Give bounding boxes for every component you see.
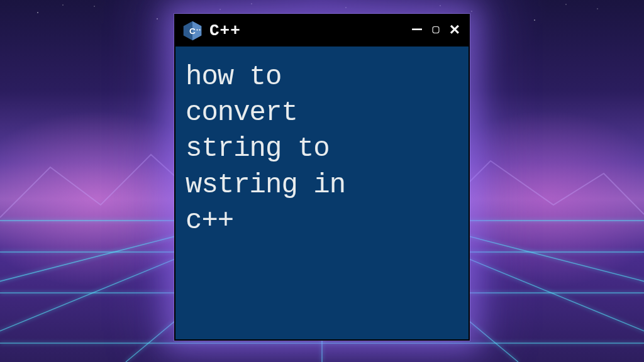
titlebar[interactable]: C + + C++ — ▢ × [175,15,469,47]
window-title: C++ [209,21,404,40]
svg-text:+: + [199,27,201,31]
minimize-button[interactable]: — [411,21,423,37]
maximize-button[interactable]: ▢ [430,24,442,35]
svg-text:+: + [196,27,199,31]
content-text: how to convert string to wstring in c++ [186,59,458,239]
terminal-window: C + + C++ — ▢ × how to convert string to… [174,14,470,341]
close-button[interactable]: × [448,22,461,40]
terminal-content: how to convert string to wstring in c++ [175,47,469,339]
svg-text:C: C [189,26,196,36]
window-controls: — ▢ × [411,22,461,40]
cpp-icon: C + + [182,20,203,41]
